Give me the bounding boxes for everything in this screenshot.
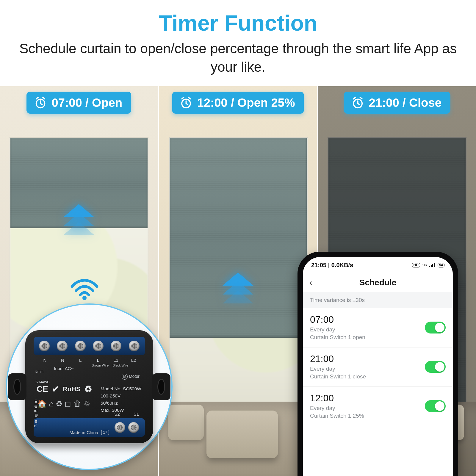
alarm-clock-icon <box>351 96 364 109</box>
terminal-labels: N N L L L1 L2 <box>36 358 143 363</box>
status-time: 21:05 | 0.0KB/s <box>311 262 353 269</box>
variance-note: Time variance is ±30s <box>303 292 453 308</box>
terminal-label: L2 <box>125 358 143 363</box>
terminal-label: L <box>71 358 89 363</box>
schedule-repeat: Every day <box>310 405 364 411</box>
status-bar: 21:05 | 0.0KB/s HD 5G 54 <box>303 257 453 273</box>
time-badge: 12:00 / Open 25% <box>172 92 304 114</box>
schedule-item[interactable]: 07:00 Every day Curtain Switch 1:open <box>303 308 453 347</box>
schedule-action: Curtain Switch 1:25% <box>310 413 364 419</box>
terminal-label: S2 <box>114 411 120 416</box>
network-type: 5G <box>422 263 427 267</box>
time-badge-label: 12:00 / Open 25% <box>197 96 295 109</box>
scene-noon: 12:00 / Open 25% <box>159 86 318 476</box>
status-indicators: HD 5G 54 <box>412 263 444 267</box>
rohs-mark: RoHS <box>63 385 81 393</box>
schedule-repeat: Every day <box>310 366 366 372</box>
terminal-label: L <box>89 358 107 363</box>
ottoman <box>206 411 278 458</box>
signal-icon <box>429 263 435 267</box>
wifi-icon <box>68 276 101 301</box>
terminal-label: S1 <box>134 411 139 416</box>
terminal-screw <box>129 341 140 351</box>
schedule-repeat: Every day <box>310 326 365 333</box>
time-badge-label: 21:00 / Close <box>369 96 441 109</box>
mount-ear <box>8 373 26 400</box>
svg-point-4 <box>82 296 87 300</box>
schedule-time: 07:00 <box>310 314 365 325</box>
screen-title: Schedule <box>359 278 396 287</box>
black-wire-label: Black Wire <box>112 364 128 367</box>
ce-mark: CE <box>37 384 48 394</box>
terminal-screw <box>39 341 50 351</box>
s-terminal-labels: S2 S1 <box>114 411 139 416</box>
blind <box>170 138 307 338</box>
device-specs: Model No: SC500W 100-250V 50/60Hz Max. 3… <box>101 385 141 414</box>
schedule-time: 12:00 <box>310 393 364 404</box>
hd-icon: HD <box>412 263 420 267</box>
terminal-screw <box>128 422 139 433</box>
terminal-screw <box>75 341 86 351</box>
svg-rect-7 <box>432 264 433 267</box>
input-label: Input AC~ <box>54 366 73 371</box>
toggle-switch[interactable] <box>425 400 446 412</box>
terminal-label: N <box>54 358 72 363</box>
relay-module: N N L L L1 L2 Input AC~ Brown Wire Black… <box>25 330 153 443</box>
schedule-action: Curtain Switch 1:close <box>310 373 366 380</box>
battery-icon: 54 <box>438 263 444 267</box>
certification-row: CE ✔ RoHS ♻ <box>37 384 92 394</box>
schedule-item[interactable]: 21:00 Every day Curtain Switch 1:close <box>303 347 453 387</box>
alarm-clock-icon <box>34 96 47 109</box>
marketing-graphic: Timer Function Schedule curtain to open/… <box>0 0 476 476</box>
spec-line: 100-250V <box>101 392 141 400</box>
terminal-screw <box>115 422 125 433</box>
svg-rect-5 <box>429 266 430 267</box>
svg-rect-6 <box>431 265 432 267</box>
terminal-screw <box>93 341 104 351</box>
arrow-up-icon <box>63 208 94 235</box>
terminal-screw <box>57 341 68 351</box>
alarm-clock-icon <box>179 96 193 109</box>
terminal-label: N <box>36 358 54 363</box>
strip-length-label: 5mm <box>35 369 43 374</box>
arrow-up-icon <box>223 277 253 303</box>
cushion <box>168 405 204 440</box>
mount-ear <box>152 373 170 400</box>
spec-line: Model No: SC500W <box>101 385 141 392</box>
pairing-button-label: Pairing Button <box>33 400 38 428</box>
phone-mockup: 21:05 | 0.0KB/s HD 5G 54 ‹ Schedule Time… <box>298 252 458 476</box>
toggle-switch[interactable] <box>425 322 446 333</box>
page-subtitle: Schedule curtain to open/close percentag… <box>15 39 461 76</box>
header: Timer Function Schedule curtain to open/… <box>0 0 476 76</box>
time-badge: 07:00 / Open <box>26 92 131 114</box>
schedule-time: 21:00 <box>310 353 366 364</box>
made-in-label: Made in China 17 <box>69 430 109 435</box>
terminal-screw <box>111 341 121 351</box>
brown-wire-label: Brown Wire <box>92 364 109 367</box>
schedule-action: Curtain Switch 1:open <box>310 334 365 341</box>
terminal-block-top <box>34 337 145 355</box>
toggle-switch[interactable] <box>425 361 446 373</box>
back-icon[interactable]: ‹ <box>309 278 312 288</box>
svg-rect-8 <box>434 263 435 267</box>
device-bubble: N N L L L1 L2 Input AC~ Brown Wire Black… <box>6 303 173 470</box>
spec-line: 50/60Hz <box>101 400 141 407</box>
terminal-label: L1 <box>107 358 125 363</box>
motor-label: MMotor <box>122 374 140 380</box>
schedule-item[interactable]: 12:00 Every day Curtain Switch 1:25% <box>303 387 453 426</box>
title-bar: ‹ Schedule <box>303 273 453 292</box>
page-title: Timer Function <box>0 10 476 36</box>
phone-screen: 21:05 | 0.0KB/s HD 5G 54 ‹ Schedule Time… <box>303 257 453 476</box>
compliance-icons: 🏠 ⌂ ♻ ◻ 🗑 ♲ <box>37 399 90 408</box>
time-badge-label: 07:00 / Open <box>51 96 122 109</box>
lot-code: 17 <box>101 430 109 435</box>
time-badge: 21:00 / Close <box>344 92 450 114</box>
